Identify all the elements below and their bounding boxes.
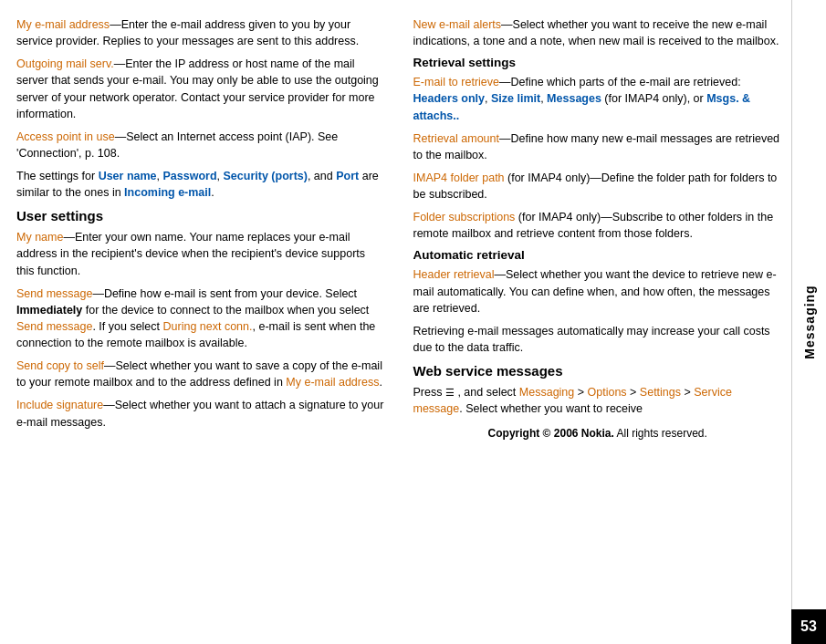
access-point-para: Access point in use—Select an Internet a…: [16, 129, 386, 161]
messaging-link: Messaging: [519, 386, 574, 399]
outgoing-link: Outgoing mail serv.: [16, 57, 114, 70]
header-retrieval-para: Header retrieval—Select whether you want…: [413, 266, 783, 316]
web-service-heading: Web service messages: [413, 363, 783, 379]
my-name-para: My name—Enter your own name. Your name r…: [16, 229, 386, 278]
outgoing-para: Outgoing mail serv.—Enter the IP address…: [16, 56, 386, 122]
copyright-bold: Copyright © 2006 Nokia.: [488, 427, 614, 440]
user-settings-heading: User settings: [16, 208, 386, 223]
web-service-para: Press ☰ , and select Messaging > Options…: [413, 384, 783, 417]
page-number-box: 53: [791, 609, 826, 644]
access-point-link: Access point in use: [16, 130, 115, 143]
text-area: My e-mail address—Enter the e-mail addre…: [0, 0, 791, 644]
automatic-heading: Automatic retrieval: [413, 248, 783, 262]
settings-link: Settings: [640, 386, 681, 399]
retrieving-note-para: Retrieving e-mail messages automatically…: [413, 323, 783, 356]
right-column: New e-mail alerts—Select whether you wan…: [409, 16, 783, 635]
send-message-link2: Send message: [16, 320, 92, 333]
retrieval-amount-para: Retrieval amount—Define how many new e-m…: [413, 130, 783, 163]
settings-prefix: The settings for: [16, 170, 99, 182]
email-retrieve-link: E-mail to retrieve: [413, 76, 499, 88]
send-message-para: Send message—Define how e-mail is sent f…: [16, 286, 386, 352]
port-link: Port: [336, 170, 359, 182]
retrieving-note-text: Retrieving e-mail messages automatically…: [413, 325, 770, 354]
include-sig-link: Include signature: [16, 399, 103, 411]
imap4-folder-link: IMAP4 folder path: [413, 171, 505, 184]
left-column: My e-mail address—Enter the e-mail addre…: [16, 16, 391, 635]
immediately-bold: Immediately: [16, 304, 82, 317]
page-number: 53: [800, 618, 817, 635]
headers-only: Headers only: [413, 92, 486, 105]
security-link: Security (ports): [224, 170, 308, 182]
retrieval-heading: Retrieval settings: [413, 56, 783, 69]
new-alerts-link: New e-mail alerts: [413, 18, 502, 31]
sidebar-label: Messaging: [802, 285, 817, 358]
folder-subs-link: Folder subscriptions: [413, 211, 516, 223]
username-link: User name: [99, 170, 157, 182]
retrieval-amount-link: Retrieval amount: [413, 132, 500, 145]
imap4-folder-para: IMAP4 folder path (for IMAP4 only)—Defin…: [413, 170, 783, 203]
send-copy-link: Send copy to self: [16, 359, 104, 372]
my-email-link2: My e-mail address: [286, 376, 379, 389]
settings-info-para: The settings for User name, Password, Se…: [16, 168, 386, 201]
menu-icon: ☰: [445, 387, 455, 398]
copyright-rest: All rights reserved.: [614, 427, 707, 440]
my-name-text: —Enter your own name. Your name replaces…: [16, 231, 365, 276]
main-content: My e-mail address—Enter the e-mail addre…: [0, 0, 826, 644]
incoming-email-link: Incoming e-mail: [124, 186, 211, 199]
email-to-retrieve-para: E-mail to retrieve—Define which parts of…: [413, 74, 783, 123]
copyright-text: Copyright © 2006 Nokia. All rights reser…: [413, 426, 783, 441]
messages-bold: Messages: [547, 92, 601, 105]
include-sig-para: Include signature—Select whether you wan…: [16, 397, 386, 430]
header-retrieval-link: Header retrieval: [413, 268, 495, 281]
my-name-link: My name: [16, 231, 63, 244]
folder-subs-para: Folder subscriptions (for IMAP4 only)—Su…: [413, 209, 783, 242]
send-message-link: Send message: [16, 287, 92, 300]
size-limit: Size limit: [491, 92, 540, 105]
my-email-link: My e-mail address: [16, 18, 110, 31]
send-copy-para: Send copy to self—Select whether you wan…: [16, 358, 386, 390]
right-sidebar: Messaging 53: [791, 0, 826, 644]
during-next-link: During next conn.: [163, 320, 253, 333]
password-link: Password: [163, 170, 217, 182]
options-link: Options: [588, 386, 627, 399]
new-alerts-para: New e-mail alerts—Select whether you wan…: [413, 16, 783, 49]
my-email-para: My e-mail address—Enter the e-mail addre…: [16, 16, 386, 49]
